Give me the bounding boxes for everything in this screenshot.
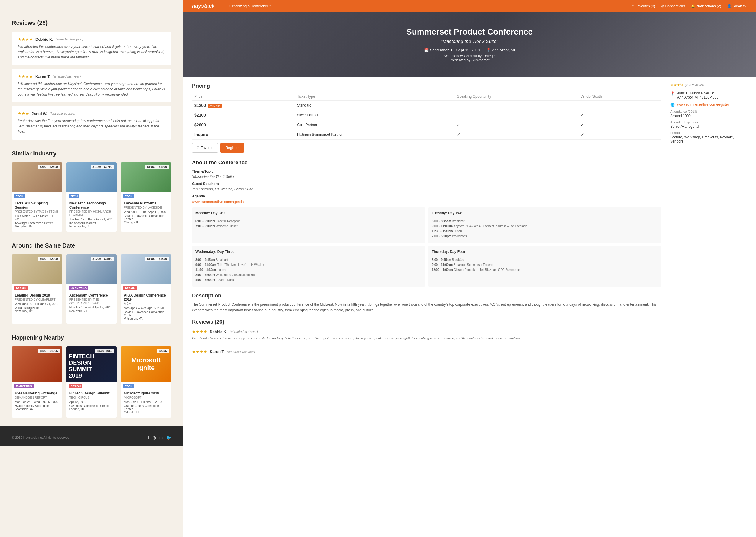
day-2-time-2: 9:00 – 11:00am xyxy=(432,225,453,228)
hero-section: Summerset Product Conference "Mastering … xyxy=(183,12,756,77)
review-text-2: I discovered this conference on Haystack… xyxy=(18,81,165,97)
pricing-title: Pricing xyxy=(192,83,661,89)
right-stars-2: ★★★★ xyxy=(192,349,207,354)
day-2-desc-1: Breakfast xyxy=(452,220,464,223)
same-date-card-1-presenter: PRESENTED BY CLEARLEFT xyxy=(15,298,59,301)
nearby-section: Happening Nearby $895 – $1995 MARKETING … xyxy=(12,334,171,418)
agenda-day-3: Wednesday: Day Three 8:00 – 9:45am Break… xyxy=(192,246,425,287)
agenda-day-4: Thursday: Day Four 8:00 – 9:45am Breakfa… xyxy=(428,246,661,287)
day-4-desc-3: Closing Remarks – Jeff Blazman, CEO Summ… xyxy=(454,268,521,271)
similar-card-2-loc: Indianapolis, IN xyxy=(69,225,114,228)
register-button[interactable]: Register xyxy=(220,143,244,152)
sidebar-rating: ★★★½ (26 Reviews) xyxy=(670,83,747,87)
nearby-card-3-presenter: MICROSOFT xyxy=(124,396,168,399)
nav-logo[interactable]: haystack xyxy=(192,3,215,9)
similar-card-3-venue: David L. Lawrence Convention Center xyxy=(124,214,168,221)
review-text-3: Yesterday was the first year sponsoring … xyxy=(18,118,165,134)
day-3-desc-4: Workshops "Advantage to You" xyxy=(216,273,257,276)
similar-section: Similar Industry $890 – $2500 TECH Terra… xyxy=(12,150,171,231)
nearby-card-3[interactable]: $2395 MicrosoftIgnite TECH Microsoft Ign… xyxy=(121,347,171,418)
day-2-desc-4: Workshops xyxy=(452,234,467,238)
same-date-card-2-presenter: PRESENTED BY THE ASCENDANT GROUP xyxy=(69,298,114,305)
day-4-time-1: 8:00 – 9:45am xyxy=(432,258,451,262)
right-review-1-header: ★★★★ Debbie K. (attended last year) xyxy=(192,329,661,334)
day-2-time-3: 11:30 – 1:30pm xyxy=(432,229,453,233)
similar-card-2[interactable]: $1120 – $2700 TECH New Arch Technology C… xyxy=(67,162,117,231)
right-reviewer-tag-2: (attended last year) xyxy=(227,350,255,353)
reviews-right-title: Reviews (26) xyxy=(192,319,661,325)
sidebar-experience: Attendee Experience Senior/Managerial xyxy=(670,120,747,129)
review-header-1: ★★★★ Debbie K. (attended last year) xyxy=(18,37,165,42)
nearby-card-3-tag: TECH xyxy=(123,384,134,388)
pricing-row-4: Inquire Platinum Summerset Partner ✓ ✓ xyxy=(192,130,661,140)
same-date-card-1[interactable]: $900 – $2000 DESIGN Leading Design 2019 … xyxy=(12,254,62,324)
nav-user[interactable]: 👤 Sarah W. xyxy=(727,4,747,8)
action-row: ♡ Favorite Register xyxy=(192,143,661,152)
same-date-card-2[interactable]: $1200 – $2500 MARKETING Ascendant Confer… xyxy=(67,254,117,324)
facebook-icon[interactable]: f xyxy=(148,435,149,440)
nearby-card-1[interactable]: $895 – $1995 MARKETING B2B Marketing Exc… xyxy=(12,347,62,418)
similar-card-3-name: Lakeside Platforms xyxy=(124,201,168,205)
nearby-card-2-venue: Cavendish Conference Centre xyxy=(69,404,114,407)
price-2: $2100 xyxy=(192,110,295,120)
similar-card-1-name: Terra Willow Spring Session xyxy=(15,201,59,210)
review-card-3: ★★★ Jared W. (last year sponsor) Yesterd… xyxy=(12,106,171,140)
day-3-time-2: 9:00 – 11:00am xyxy=(196,263,216,267)
similar-card-3-img: $1050 – $1900 xyxy=(121,162,171,192)
nearby-card-2[interactable]: $500–$950 FINTECHDESIGNSUMMIT2019 DESIGN… xyxy=(67,347,117,418)
same-date-card-3[interactable]: $1000 – $1800 DESIGN AIGA Design Confere… xyxy=(121,254,171,324)
similar-card-1-date: Tues March 7 – Fri March 10, 2020 xyxy=(15,215,59,221)
similar-card-2-date: Tue Feb 19 – Thurs Feb 21, 2020 xyxy=(69,218,114,221)
reviews-section: Reviews (26) ★★★★ Debbie K. (attended la… xyxy=(12,20,171,140)
same-date-card-1-img: $900 – $2000 xyxy=(12,254,62,284)
nearby-card-2-body: FinTech Design Summit TECH CIRCUS Apr 12… xyxy=(67,390,117,414)
same-date-card-1-venue: Williamsburg Hotel xyxy=(15,306,59,310)
similar-card-3[interactable]: $1050 – $1900 TECH Lakeside Platforms PR… xyxy=(121,162,171,231)
reviewer-name-3: Jared W. xyxy=(32,111,47,116)
experience-value: Senior/Managerial xyxy=(670,125,747,129)
hero-meta: 📅 September 9 – Sept 12, 2019 📍 Ann Arbo… xyxy=(406,48,533,52)
review-card-1: ★★★★ Debbie K. (attended last year) I've… xyxy=(12,31,171,65)
same-date-card-3-date: Mon Apr 4 – Wed April 6, 2020 xyxy=(124,307,168,310)
agenda-day-3-item-3: 11:30 – 1:30pm Lunch xyxy=(196,268,422,271)
right-reviewer-1: Debbie K. xyxy=(210,330,227,334)
early-bird-badge: early bird xyxy=(208,104,222,108)
linkedin-icon[interactable]: in xyxy=(159,435,163,440)
nearby-card-3-venue: Orange County Convention Center xyxy=(124,404,168,411)
nearby-card-2-img: $500–$950 FINTECHDESIGNSUMMIT2019 xyxy=(67,347,117,382)
nav-favorites[interactable]: ♡ Favorites (3) xyxy=(631,4,655,8)
col-price: Price xyxy=(192,93,295,101)
reviewer-tag-3: (last year sponsor) xyxy=(50,112,76,115)
similar-card-1-price: $890 – $2500 xyxy=(38,165,60,169)
favorite-button[interactable]: ♡ Favorite xyxy=(192,143,218,152)
formats-label: Formats xyxy=(670,131,747,135)
nearby-card-1-price: $895 – $1995 xyxy=(38,349,60,353)
nav-organize-link[interactable]: Organizing a Conference? xyxy=(230,4,271,8)
about-title: About the Conference xyxy=(192,160,661,166)
nav-links: Organizing a Conference? xyxy=(230,4,271,8)
nearby-card-3-img: $2395 MicrosoftIgnite xyxy=(121,347,171,382)
day-2-desc-3: Lunch xyxy=(454,229,462,233)
twitter-icon[interactable]: 🐦 xyxy=(166,435,171,440)
reviews-right-section: Reviews (26) ★★★★ Debbie K. (attended la… xyxy=(192,319,661,360)
nearby-card-1-body: B2B Marketing Exchange DEMANDGEN REPORT … xyxy=(12,390,62,414)
instagram-icon[interactable]: ◎ xyxy=(153,435,156,440)
nearby-cards-row: $895 – $1995 MARKETING B2B Marketing Exc… xyxy=(12,347,171,418)
same-date-card-1-body: Leading Design 2019 PRESENTED BY CLEARLE… xyxy=(12,292,62,316)
sidebar-website[interactable]: www.summersetlive.com/register xyxy=(677,103,729,106)
nav-connections[interactable]: ⊕ Connections xyxy=(661,4,685,8)
agenda-link[interactable]: www.summersatlive.com/agenda xyxy=(192,200,244,204)
similar-card-1[interactable]: $890 – $2500 TECH Terra Willow Spring Se… xyxy=(12,162,62,231)
similar-card-2-venue: Indianapolis Marriott xyxy=(69,222,114,225)
nav-notifications[interactable]: 🔔 Notifications (2) xyxy=(691,4,721,8)
review-card-2: ★★★★ Karen T. (attended last year) I dis… xyxy=(12,69,171,103)
same-date-card-1-date: Wed June 19 – Fri June 21, 2019 xyxy=(15,303,59,306)
connections-icon: ⊕ xyxy=(661,4,664,8)
similar-card-2-body: New Arch Technology Conference PRESENTED… xyxy=(67,199,117,231)
agenda-day-3-item-5: 4:00 – 5:00pm – Sarah Dunk xyxy=(196,278,422,281)
similar-title: Similar Industry xyxy=(12,150,171,157)
hero-location: 📍 Ann Arbor, MI xyxy=(486,48,515,52)
formats-value: Lecture, Workshop, Breakouts, Keynote, V… xyxy=(670,135,747,144)
right-review-2: ★★★★ Karen T. (attended last year) xyxy=(192,349,661,360)
same-date-card-2-date: Mon Apr 13 – Wed Apr 15, 2020 xyxy=(69,306,114,309)
